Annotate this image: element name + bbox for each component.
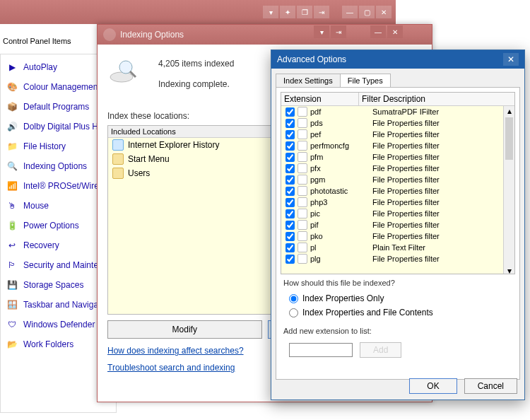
cp-item-label: Security and Mainter: [23, 260, 101, 270]
minimize-button[interactable]: —: [342, 6, 358, 18]
cp-item-icon: 🎨: [6, 81, 18, 93]
filter-desc-cell: File Properties filter: [372, 175, 502, 184]
file-type-checkbox[interactable]: [285, 232, 295, 241]
titlebar-btn[interactable]: ▾: [314, 25, 329, 38]
cp-item-label: Mouse: [23, 201, 49, 211]
cp-item-icon: 📂: [6, 339, 18, 350]
cp-item-icon: 🔍: [6, 161, 18, 172]
cp-item-label: Intel® PROSet/Wire: [23, 181, 99, 191]
cp-item-label: Recovery: [23, 240, 59, 250]
titlebar-btn[interactable]: ▾: [263, 6, 278, 18]
file-type-row[interactable]: pfxFile Properties filter: [281, 163, 503, 174]
cp-item-label: Dolby Digital Plus H: [23, 122, 98, 132]
filter-desc-cell: File Properties filter: [372, 232, 502, 240]
file-icon: [298, 209, 307, 218]
file-types-list[interactable]: Extension Filter Description pdfSumatraP…: [281, 92, 515, 274]
file-type-row[interactable]: pifFile Properties filter: [281, 219, 503, 231]
extension-cell: pdf: [310, 107, 372, 116]
file-type-row[interactable]: pgmFile Properties filter: [281, 174, 503, 185]
indexing-titlebar-buttons: ▾ ⇥ — ✕: [314, 25, 403, 38]
column-filter-description[interactable]: Filter Description: [359, 93, 514, 105]
file-type-checkbox[interactable]: [285, 141, 295, 151]
ok-button[interactable]: OK: [409, 378, 457, 394]
file-icon: [298, 197, 307, 207]
cp-item-icon: 💾: [6, 279, 18, 291]
scrollbar[interactable]: ▴ ▾: [503, 106, 514, 274]
cp-item-icon: 🖱: [6, 200, 18, 211]
cancel-button[interactable]: Cancel: [464, 378, 517, 394]
location-name: Internet Explorer History: [128, 140, 219, 150]
file-type-row[interactable]: perfmoncfgFile Properties filter: [281, 140, 503, 151]
file-icon: [298, 220, 307, 230]
cp-item-label: AutoPlay: [23, 62, 57, 72]
cp-item-label: Storage Spaces: [23, 280, 83, 290]
extension-cell: pef: [310, 130, 372, 139]
folder-icon: [112, 153, 124, 165]
close-icon[interactable]: ✕: [503, 53, 519, 66]
titlebar-btn[interactable]: ⇥: [331, 25, 346, 38]
file-type-row[interactable]: plgFile Properties filter: [281, 253, 503, 264]
file-type-row[interactable]: php3File Properties filter: [281, 197, 503, 208]
radio-properties-only[interactable]: Index Properties Only: [281, 291, 515, 305]
radio-properties-and-contents[interactable]: Index Properties and File Contents: [281, 305, 515, 320]
maximize-button[interactable]: ▢: [359, 6, 375, 18]
filter-desc-cell: SumatraPDF IFilter: [372, 107, 502, 116]
extension-cell: phototastic: [310, 187, 372, 195]
cp-item-label: Indexing Options: [23, 161, 87, 171]
file-type-row[interactable]: picFile Properties filter: [281, 208, 503, 219]
file-icon: [298, 141, 307, 151]
minimize-button[interactable]: —: [370, 25, 386, 38]
magnifier-icon: [107, 57, 141, 87]
cp-item-label: Colour Management: [23, 82, 100, 92]
file-type-checkbox[interactable]: [285, 198, 295, 207]
file-icon: [298, 186, 307, 196]
file-type-checkbox[interactable]: [285, 243, 295, 252]
folder-icon: [112, 168, 124, 179]
file-type-checkbox[interactable]: [285, 164, 295, 173]
file-type-row[interactable]: pdsFile Properties filter: [281, 117, 503, 129]
filter-desc-cell: File Properties filter: [372, 130, 502, 139]
tab-index-settings[interactable]: Index Settings: [276, 74, 341, 88]
file-icon: [298, 107, 307, 117]
cp-item-icon: ▶: [6, 62, 18, 73]
extension-cell: pfm: [310, 153, 372, 161]
file-type-checkbox[interactable]: [285, 175, 295, 185]
filter-desc-cell: File Properties filter: [372, 198, 502, 206]
cp-item-icon: 🪟: [6, 299, 18, 310]
add-extension-label: Add new extension to list:: [281, 320, 515, 339]
cp-item-label: Taskbar and Navigat: [23, 300, 100, 310]
file-type-checkbox[interactable]: [285, 130, 295, 139]
file-type-row[interactable]: phototasticFile Properties filter: [281, 185, 503, 197]
tab-file-types[interactable]: File Types: [340, 74, 391, 88]
filter-desc-cell: File Properties filter: [372, 119, 502, 127]
file-type-row[interactable]: plPlain Text Filter: [281, 242, 503, 253]
dialog-titlebar[interactable]: Advanced Options ✕: [271, 50, 524, 69]
column-extension[interactable]: Extension: [281, 93, 359, 105]
cp-item-icon: ↩: [6, 240, 18, 251]
file-type-row[interactable]: pfmFile Properties filter: [281, 151, 503, 163]
file-type-checkbox[interactable]: [285, 221, 295, 230]
close-button[interactable]: ✕: [376, 6, 391, 18]
file-type-row[interactable]: pefFile Properties filter: [281, 129, 503, 140]
file-type-checkbox[interactable]: [285, 107, 295, 117]
close-button[interactable]: ✕: [387, 25, 403, 38]
add-extension-input[interactable]: [289, 343, 353, 357]
titlebar-btn[interactable]: ⇥: [314, 6, 329, 18]
cp-item-label: File History: [23, 141, 66, 151]
advanced-options-dialog: Advanced Options ✕ Index Settings File T…: [271, 49, 525, 400]
file-type-row[interactable]: pkoFile Properties filter: [281, 231, 503, 242]
modify-button[interactable]: Modify: [107, 320, 262, 339]
file-type-checkbox[interactable]: [285, 153, 295, 162]
file-type-row[interactable]: pdfSumatraPDF IFilter: [281, 106, 503, 117]
titlebar-btn[interactable]: ✦: [280, 6, 295, 18]
file-icon: [298, 231, 307, 241]
titlebar-btn[interactable]: ❐: [297, 6, 312, 18]
cp-item-label: Default Programs: [23, 102, 89, 112]
control-panel-heading: Control Panel Items: [3, 37, 71, 45]
file-type-checkbox[interactable]: [285, 255, 295, 264]
cp-item-icon: 🔊: [6, 121, 18, 132]
file-type-checkbox[interactable]: [285, 209, 295, 218]
file-type-checkbox[interactable]: [285, 187, 295, 196]
file-type-checkbox[interactable]: [285, 119, 295, 128]
add-button[interactable]: Add: [360, 342, 401, 358]
